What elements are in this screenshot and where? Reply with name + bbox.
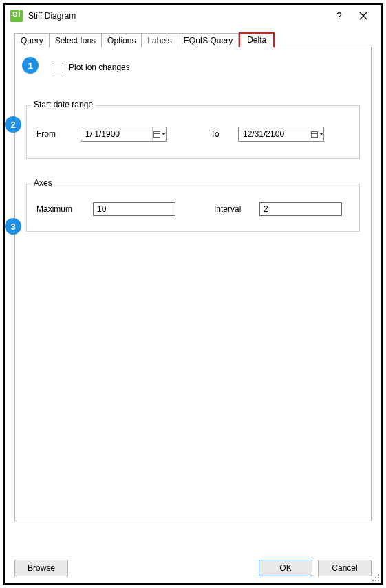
ok-button[interactable]: OK: [259, 560, 312, 576]
chevron-down-icon: [319, 133, 323, 135]
maximum-label: Maximum: [36, 204, 81, 214]
dialog-window: Stiff Diagram ? Query Select Ions Option…: [3, 3, 383, 585]
plot-ion-changes-row: Plot ion changes: [54, 63, 360, 72]
tab-labels[interactable]: Labels: [142, 33, 178, 47]
axes-legend: Axes: [31, 178, 55, 188]
tab-query[interactable]: Query: [14, 33, 50, 47]
start-date-range-legend: Start date range: [31, 100, 96, 109]
to-date-value: 12/31/2100: [239, 129, 310, 139]
title-controls: ?: [329, 6, 377, 25]
to-label: To: [211, 129, 231, 139]
interval-input[interactable]: 2: [259, 202, 342, 216]
plot-ion-changes-checkbox[interactable]: [54, 63, 63, 72]
from-date-dropdown-button[interactable]: [152, 127, 166, 141]
interval-label: Interval: [214, 204, 247, 214]
tab-delta[interactable]: Delta: [239, 32, 275, 48]
content-area: Query Select Ions Options Labels EQuIS Q…: [5, 27, 381, 556]
maximum-value: 10: [97, 204, 106, 214]
annotation-2: 2: [5, 116, 21, 133]
calendar-icon: [153, 131, 160, 138]
maximum-input[interactable]: 10: [93, 202, 175, 216]
help-button[interactable]: ?: [329, 6, 350, 25]
start-date-range-group: Start date range From 1/ 1/1900 To 12/31…: [26, 105, 360, 159]
close-button[interactable]: [350, 6, 377, 25]
tabstrip: Query Select Ions Options Labels EQuIS Q…: [14, 32, 372, 47]
cancel-button[interactable]: Cancel: [318, 560, 372, 576]
annotation-3: 3: [5, 218, 21, 235]
window-title: Stiff Diagram: [28, 11, 329, 21]
axes-row: Maximum 10 Interval 2: [36, 202, 350, 216]
to-date-dropdown-button[interactable]: [310, 127, 323, 141]
from-date-picker[interactable]: 1/ 1/1900: [81, 127, 167, 142]
to-date-picker[interactable]: 12/31/2100: [238, 127, 324, 142]
tab-select-ions[interactable]: Select Ions: [50, 33, 102, 47]
app-icon: [10, 10, 23, 22]
date-range-row: From 1/ 1/1900 To 12/31/2100: [36, 127, 350, 142]
plot-ion-changes-label: Plot ion changes: [69, 63, 130, 72]
from-date-value: 1/ 1/1900: [81, 129, 152, 139]
chevron-down-icon: [162, 133, 166, 135]
axes-group: Axes Maximum 10 Interval 2: [26, 184, 360, 232]
resize-grip[interactable]: [371, 573, 379, 581]
tabpanel-delta: 1 Plot ion changes Start date range From…: [14, 47, 372, 521]
calendar-icon: [311, 131, 318, 138]
tab-options[interactable]: Options: [102, 33, 142, 47]
tab-equis-query[interactable]: EQuIS Query: [178, 33, 239, 47]
from-label: From: [36, 129, 74, 139]
interval-value: 2: [264, 204, 268, 214]
titlebar: Stiff Diagram ?: [5, 5, 381, 27]
browse-button[interactable]: Browse: [14, 560, 68, 576]
button-bar: Browse OK Cancel: [5, 556, 381, 583]
annotation-1: 1: [22, 57, 39, 74]
